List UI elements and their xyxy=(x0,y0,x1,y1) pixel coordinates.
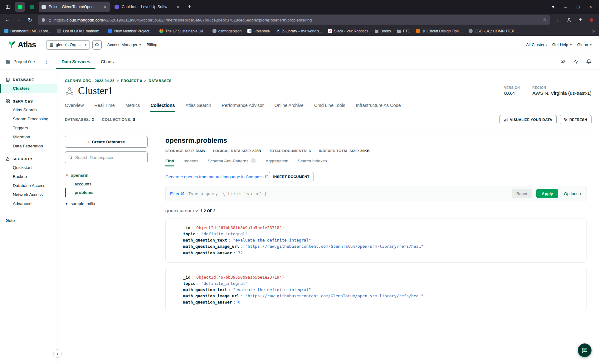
document-card[interactable]: _id:ObjectId('67bb39558b9a1b5be1e23719')… xyxy=(165,268,587,312)
get-help-menu[interactable]: Get Help ▾ xyxy=(552,42,572,47)
refresh-button[interactable]: ↻ REFRESH xyxy=(560,115,592,124)
bookmark-item[interactable]: ~/planner/ xyxy=(247,29,270,33)
firefox-view-button[interactable] xyxy=(3,2,13,12)
bookmark-folder[interactable]: Books xyxy=(374,29,391,33)
sidebar-item-network-access[interactable]: Network Access xyxy=(0,190,57,199)
visualize-data-button[interactable]: VISUALIZE YOUR DATA xyxy=(499,115,557,124)
tab-charts[interactable]: Charts xyxy=(95,54,119,69)
filter-link[interactable]: Filter xyxy=(170,191,184,196)
create-database-button[interactable]: + Create Database xyxy=(65,136,148,148)
namespace-db-opensrm[interactable]: ▾ opensrm xyxy=(65,171,148,180)
org-selector[interactable]: ▦ glenn's Org -... ▾ xyxy=(46,40,90,50)
collection-tab-find[interactable]: Find xyxy=(165,158,174,166)
cluster-tab-cmd-line-tools[interactable]: Cmd Line Tools xyxy=(314,103,345,112)
namespace-db-sample-mflix[interactable]: ▸ sample_mflix xyxy=(65,199,148,208)
window-minimize-button[interactable]: – xyxy=(560,2,571,12)
sidebar-item-backup[interactable]: Backup xyxy=(0,172,57,181)
browser-tab-pulse[interactable]: Pulse - GlennTatum/Open × xyxy=(39,2,110,12)
reload-button[interactable]: ↻ xyxy=(25,15,35,25)
insert-document-button[interactable]: INSERT DOCUMENT xyxy=(269,172,314,181)
access-manager-menu[interactable]: Access Manager ▾ xyxy=(107,42,141,47)
tab-list-chevron-icon[interactable]: ▾ xyxy=(548,2,558,12)
breadcrumb-separator: > xyxy=(144,79,146,83)
user-menu[interactable]: Glenn ▾ xyxy=(577,42,592,47)
window-close-button[interactable]: × xyxy=(585,2,596,12)
breadcrumb-project[interactable]: PROJECT 0 xyxy=(121,79,142,83)
breadcrumb-org[interactable]: GLENN'S ORG - 2022-04-28 xyxy=(65,79,114,83)
sidebar-item-database-access[interactable]: Database Access xyxy=(0,181,57,190)
search-namespaces-input[interactable] xyxy=(75,155,144,160)
cluster-tab-online-archive[interactable]: Online Archive xyxy=(274,103,304,112)
document-card[interactable]: _id:ObjectId('67bb38fb8b9a1b5be1e23718')… xyxy=(165,218,587,263)
breadcrumb-databases[interactable]: DATABASES xyxy=(149,79,171,83)
bookmark-item[interactable]: CSCI-141: COMPUTER ... xyxy=(469,29,519,33)
sidebar-collapse-button[interactable]: ‹ xyxy=(53,349,62,358)
bookmark-item[interactable]: Z-Library – the world's... xyxy=(276,29,322,33)
sidebar-item-advanced[interactable]: Advanced xyxy=(0,199,57,208)
window-maximize-button[interactable]: □ xyxy=(573,2,583,12)
extensions-puzzle-icon[interactable] xyxy=(575,15,585,25)
collection-tab-aggregation[interactable]: Aggregation xyxy=(265,158,288,166)
atlas-logo[interactable]: Atlas xyxy=(7,40,36,49)
billing-link[interactable]: Billing xyxy=(147,42,158,47)
bookmark-item[interactable]: 10 Circuit Design Tips ... xyxy=(416,29,463,33)
lock-icon[interactable] xyxy=(48,18,52,22)
cluster-tab-metrics[interactable]: Metrics xyxy=(125,103,140,112)
sidebar-item-migration[interactable]: Migration xyxy=(0,132,57,141)
cluster-tab-atlas-search[interactable]: Atlas Search xyxy=(186,103,211,112)
bookmark-star-icon[interactable]: ☆ xyxy=(543,17,547,22)
project-menu-kebab[interactable]: ⋮ xyxy=(43,59,50,65)
help-chat-button[interactable] xyxy=(578,343,592,357)
sidebar-item-goto[interactable]: Goto xyxy=(0,216,57,225)
tracking-protection-shield-icon[interactable] xyxy=(41,18,46,22)
invite-user-icon[interactable] xyxy=(560,59,566,64)
bookmarks-overflow-button[interactable]: » xyxy=(592,29,595,34)
namespace-coll-accounts[interactable]: accounts xyxy=(65,180,148,188)
cluster-tab-real-time[interactable]: Real Time xyxy=(94,103,114,112)
sidebar-item-clusters[interactable]: Clusters xyxy=(0,84,57,93)
new-tab-button[interactable]: + xyxy=(185,2,194,12)
cluster-tab-performance-advisor[interactable]: Performance Advisor xyxy=(222,103,264,112)
namespace-coll-problems[interactable]: problems xyxy=(65,188,148,197)
cluster-tab-overview[interactable]: Overview xyxy=(65,103,84,112)
tab-close-icon[interactable]: × xyxy=(103,4,107,9)
sidebar-item-stream-processing[interactable]: Stream Processing xyxy=(0,114,57,123)
collection-tab-schema-anti-patterns[interactable]: Schema Anti-Patterns0 xyxy=(208,158,256,166)
activity-feed-icon[interactable] xyxy=(573,59,579,64)
bookmark-item[interactable]: osmtogeojson xyxy=(212,29,242,33)
sidebar-item-atlas-search[interactable]: Atlas Search xyxy=(0,105,57,114)
cluster-tab-collections[interactable]: Collections xyxy=(150,103,175,112)
back-button[interactable]: ← xyxy=(2,15,12,25)
pinned-tab-mongodb[interactable] xyxy=(15,2,25,12)
browser-tab-cauldron[interactable]: Cauldron - Level Up Softw × xyxy=(112,2,183,12)
apply-button[interactable]: Apply xyxy=(536,189,558,198)
downloads-icon[interactable]: ↓ xyxy=(553,15,563,25)
pinned-tab-secondary[interactable] xyxy=(27,2,37,12)
alerts-bell-icon[interactable] xyxy=(586,59,592,64)
options-button[interactable]: Options ▸ xyxy=(564,191,582,196)
tab-close-icon[interactable]: × xyxy=(176,4,180,9)
compass-natural-language-link[interactable]: Generate queries from natural language i… xyxy=(165,175,269,179)
url-bar[interactable]: https://cloud.mongodb.com/v2/626a992a1a9… xyxy=(38,15,550,25)
org-settings-gear-button[interactable]: ⚙ xyxy=(92,40,102,50)
collection-tab-indexes[interactable]: Indexes xyxy=(184,158,198,166)
bookmark-item[interactable]: New Member Project ... xyxy=(108,29,153,33)
cluster-tab-infrastructure-as-code[interactable]: Infrastructure As Code xyxy=(356,103,401,112)
project-selector[interactable]: Project 0 ▾ xyxy=(6,59,35,64)
sidebar-item-quickstart[interactable]: Quickstart xyxy=(0,163,57,172)
reset-button[interactable]: Reset xyxy=(512,189,532,198)
bookmark-folder[interactable]: FTC xyxy=(397,29,410,33)
bookmark-item[interactable]: The 17 Sustainable De... xyxy=(159,29,207,33)
tab-data-services[interactable]: Data Services xyxy=(56,54,95,69)
forward-button[interactable]: → xyxy=(14,15,24,25)
bookmark-item[interactable]: List of LaTeX mathem... xyxy=(57,29,102,33)
collection-tab-search-indexes[interactable]: Search Indexes xyxy=(298,158,327,166)
bookmark-item[interactable]: Slack - Vex Robotics xyxy=(328,29,368,33)
sidebar-item-triggers[interactable]: Triggers xyxy=(0,123,57,132)
sidebar-item-data-federation[interactable]: Data Federation xyxy=(0,141,57,151)
account-icon[interactable] xyxy=(564,15,574,25)
ublock-extension-icon[interactable] xyxy=(587,15,597,25)
bookmark-item[interactable]: Dashboard | MCUXpre... xyxy=(4,29,51,33)
all-clusters-link[interactable]: All Clusters xyxy=(526,42,547,47)
query-filter-input[interactable] xyxy=(188,191,507,196)
